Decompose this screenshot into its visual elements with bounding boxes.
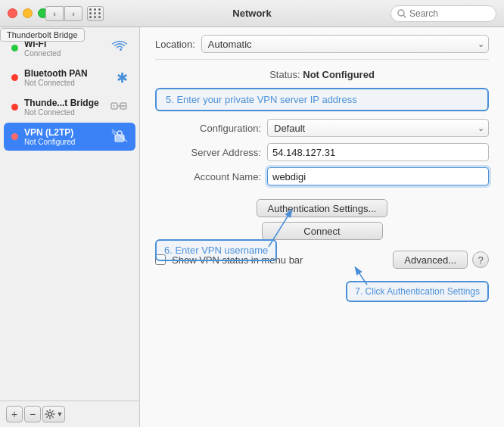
wifi-icon bbox=[111, 40, 128, 56]
titlebar: ‹ › Network bbox=[0, 0, 504, 27]
sidebar-item-bluetooth[interactable]: Bluetooth PAN Not Connected ✱ bbox=[4, 64, 135, 92]
svg-line-12 bbox=[356, 268, 367, 285]
network-status-vpn: Not Configured bbox=[24, 138, 111, 146]
svg-point-10 bbox=[48, 413, 51, 416]
status-dot-thunderbolt bbox=[11, 104, 18, 111]
network-name-thunderbolt: Thunde...t Bridge bbox=[24, 98, 110, 108]
network-status-bluetooth: Not Connected bbox=[24, 79, 117, 87]
show-vpn-checkbox[interactable] bbox=[155, 254, 166, 265]
vpn-icon bbox=[111, 129, 128, 145]
network-status-wifi: Connected bbox=[24, 49, 111, 58]
search-input[interactable] bbox=[409, 8, 490, 19]
status-dot-bluetooth bbox=[11, 74, 18, 81]
forward-button[interactable]: › bbox=[64, 6, 82, 21]
server-row: Server Address: bbox=[155, 143, 489, 161]
network-status-thunderbolt: Not Connected bbox=[24, 108, 110, 117]
bluetooth-icon: ✱ bbox=[117, 70, 128, 86]
network-name-bluetooth: Bluetooth PAN bbox=[24, 68, 117, 79]
config-label: Configuration: bbox=[155, 123, 261, 134]
account-row: Account Name: bbox=[155, 167, 489, 185]
action-buttons: Authentication Settings... Connect bbox=[155, 199, 489, 240]
location-bar: Location: Automatic Home Work ⌄ bbox=[155, 35, 489, 60]
config-row: Configuration: Default Custom ⌄ bbox=[155, 119, 489, 137]
sidebar-item-vpn[interactable]: VPN (L2TP) Not Configured bbox=[4, 123, 135, 151]
location-select-wrapper[interactable]: Automatic Home Work ⌄ bbox=[201, 35, 489, 53]
svg-line-1 bbox=[404, 15, 406, 17]
help-button[interactable]: ? bbox=[472, 251, 489, 268]
minimize-button[interactable] bbox=[23, 8, 33, 18]
account-label: Account Name: bbox=[155, 171, 261, 182]
status-dot-wifi bbox=[11, 45, 18, 51]
gear-arrow-icon: ▼ bbox=[57, 410, 64, 418]
connect-button[interactable]: Connect bbox=[262, 222, 383, 240]
add-network-button[interactable]: + bbox=[6, 406, 23, 422]
config-select[interactable]: Default Custom bbox=[267, 119, 489, 137]
server-address-input[interactable] bbox=[267, 143, 489, 161]
status-value: Not Configured bbox=[303, 69, 375, 80]
thunderbolt-icon bbox=[110, 100, 128, 114]
search-icon bbox=[397, 9, 406, 18]
network-name-vpn: VPN (L2TP) bbox=[24, 127, 111, 138]
annotation-5: 5. Enter your private VPN server IP addr… bbox=[155, 88, 489, 111]
window-title: Network bbox=[232, 8, 271, 19]
show-vpn-row: Show VPN status in menu bar Advanced... … bbox=[155, 251, 489, 269]
navigation-arrows: ‹ › bbox=[45, 6, 82, 21]
search-bar[interactable] bbox=[390, 5, 496, 22]
sidebar: Wi-Fi Connected Bluetooth PAN Not Connec… bbox=[0, 27, 140, 427]
grid-button[interactable] bbox=[87, 6, 104, 21]
gear-icon bbox=[45, 409, 55, 419]
close-button[interactable] bbox=[8, 8, 17, 18]
status-row: Status: Not Configured bbox=[155, 69, 489, 80]
svg-point-0 bbox=[398, 10, 404, 16]
tooltip-thunderbolt: Thunderbolt Bridge bbox=[0, 28, 85, 42]
right-panel: Location: Automatic Home Work ⌄ Status: … bbox=[140, 27, 504, 427]
gear-dropdown-button[interactable]: ▼ bbox=[42, 406, 65, 422]
location-select[interactable]: Automatic Home Work bbox=[201, 35, 489, 53]
auth-settings-button[interactable]: Authentication Settings... bbox=[257, 199, 388, 217]
annotation-7: 7. Click Authentication Settings bbox=[346, 281, 489, 302]
show-vpn-label: Show VPN status in menu bar bbox=[172, 254, 387, 266]
back-button[interactable]: ‹ bbox=[45, 6, 64, 21]
location-label: Location: bbox=[155, 39, 195, 50]
account-name-input[interactable] bbox=[267, 167, 489, 185]
sidebar-item-thunderbolt[interactable]: Thunde...t Bridge Not Connected bbox=[4, 93, 135, 121]
remove-network-button[interactable]: − bbox=[24, 406, 41, 422]
main-container: Wi-Fi Connected Bluetooth PAN Not Connec… bbox=[0, 27, 504, 427]
status-label: Status: bbox=[269, 69, 300, 80]
sidebar-bottom: + − ▼ bbox=[0, 401, 139, 427]
status-dot-vpn bbox=[11, 133, 18, 140]
window-controls bbox=[8, 8, 48, 18]
server-label: Server Address: bbox=[155, 147, 261, 158]
advanced-button[interactable]: Advanced... bbox=[393, 251, 468, 269]
